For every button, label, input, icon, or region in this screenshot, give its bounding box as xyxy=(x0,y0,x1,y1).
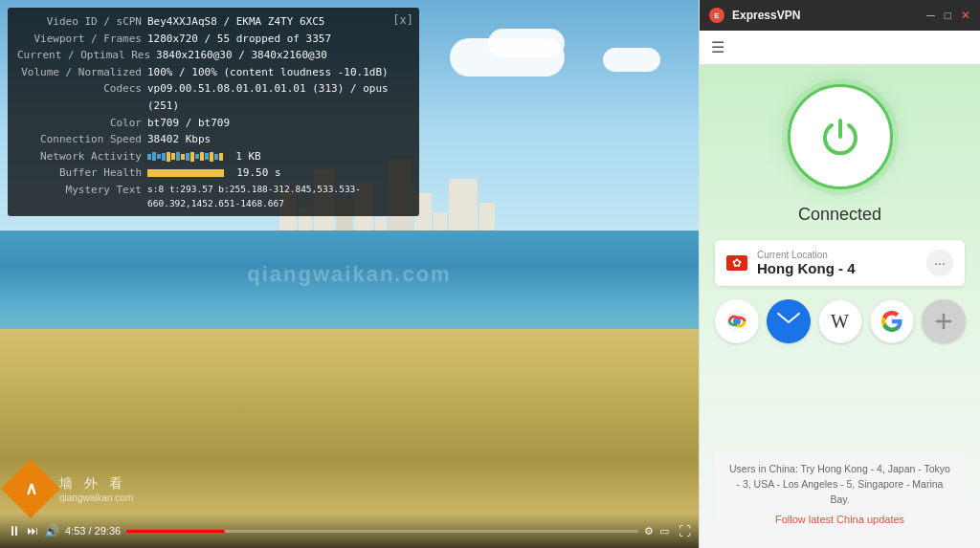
pause-button[interactable]: ⏸ xyxy=(8,523,21,538)
menu-button[interactable]: ☰ xyxy=(711,38,724,56)
debug-label-5: Color xyxy=(17,115,142,132)
time-display: 4:53 / 29:36 xyxy=(65,525,121,537)
video-controls: ⏸ ⏭ 🔊 4:53 / 29:36 ⚙ ▭ ⛶ xyxy=(0,514,699,548)
debug-label-7: Network Activity xyxy=(17,148,142,165)
vpn-toolbar: ☰ xyxy=(700,31,980,65)
logo-symbol: ∧ xyxy=(24,478,36,499)
network-bars xyxy=(147,152,223,162)
location-name: Hong Kong - 4 xyxy=(757,260,926,276)
volume-button[interactable]: 🔊 xyxy=(44,524,59,538)
location-more-button[interactable]: ··· xyxy=(926,250,953,276)
power-icon xyxy=(816,113,864,161)
debug-value-4: vp09.00.51.08.01.01.01.01 (313) / opus (… xyxy=(147,80,410,114)
debug-label-9: Mystery Text xyxy=(17,182,142,210)
minimize-button[interactable]: ─ xyxy=(926,9,935,22)
logo-diamond: ∧ xyxy=(1,459,60,518)
wikipedia-shortcut-button[interactable]: W xyxy=(818,299,862,343)
location-label: Current Location xyxy=(757,250,926,260)
theater-button[interactable]: ▭ xyxy=(659,525,669,537)
debug-label-1: Viewport / Frames xyxy=(17,31,142,48)
shortcut-bar: W xyxy=(715,299,965,343)
debug-value-1: 1280x720 / 55 dropped of 3357 xyxy=(147,31,331,48)
debug-label-0: Video ID / sCPN xyxy=(17,13,142,31)
email-shortcut-button[interactable] xyxy=(767,299,811,343)
logo-chinese: 墙 外 看 xyxy=(59,475,133,493)
video-progress-bar[interactable] xyxy=(126,530,638,533)
connect-button[interactable] xyxy=(788,84,893,189)
debug-value-6: 38402 Kbps xyxy=(147,131,211,148)
location-info: Current Location Hong Kong - 4 xyxy=(757,250,926,276)
debug-value-0: Bey4XXJAqS8 / EKMA Z4TY 6XC5 xyxy=(147,13,324,31)
china-tips: Users in China: Try Hong Kong - 4, Japan… xyxy=(715,452,965,537)
buffer-progress-bar xyxy=(147,169,224,177)
debug-close-button[interactable]: [x] xyxy=(392,11,413,30)
debug-value-9: s:8 t:293.57 b:255.188-312.845,533.533-6… xyxy=(147,182,410,210)
vpn-panel: E ExpressVPN ─ □ ✕ ☰ Connected ✿ Current… xyxy=(699,0,980,548)
maximize-button[interactable]: □ xyxy=(945,9,951,22)
logo-text: 墙 外 看 qiangwaikan.com xyxy=(59,475,133,503)
time-total: 29:36 xyxy=(95,525,122,537)
add-shortcut-button[interactable] xyxy=(922,299,966,343)
debug-label-4: Codecs xyxy=(17,80,142,114)
next-button[interactable]: ⏭ xyxy=(27,524,38,537)
logo-area: ∧ 墙 外 看 qiangwaikan.com xyxy=(10,468,133,510)
vpn-titlebar: E ExpressVPN ─ □ ✕ xyxy=(700,0,980,31)
logo-url: qiangwaikan.com xyxy=(59,493,133,503)
china-link[interactable]: Follow latest China updates xyxy=(728,512,951,528)
debug-value-8: 19.50 s xyxy=(147,164,281,182)
time-current: 4:53 xyxy=(65,525,85,537)
google-shortcut-button[interactable] xyxy=(870,299,914,343)
close-button[interactable]: ✕ xyxy=(961,9,970,22)
debug-overlay: [x] Video ID / sCPN Bey4XXJAqS8 / EKMA Z… xyxy=(8,8,419,216)
debug-value-7: 1 KB xyxy=(147,148,261,165)
connection-status: Connected xyxy=(798,205,881,225)
china-tip-text: Users in China: Try Hong Kong - 4, Japan… xyxy=(729,463,950,505)
debug-value-3: 100% / 100% (content loudness -10.1dB) xyxy=(147,64,389,81)
debug-label-3: Volume / Normalized xyxy=(17,64,142,81)
debug-label-8: Buffer Health xyxy=(17,164,142,182)
expressvpn-logo-icon: E xyxy=(709,8,724,23)
watermark: qiangwaikan.com xyxy=(247,262,451,287)
settings-button[interactable]: ⚙ xyxy=(644,525,654,537)
debug-value-2: 3840x2160@30 / 3840x2160@30 xyxy=(156,47,327,64)
debug-label-6: Connection Speed xyxy=(17,131,142,148)
vpn-title: ExpressVPN xyxy=(732,9,917,22)
clouds xyxy=(450,29,641,105)
debug-value-5: bt709 / bt709 xyxy=(147,115,230,132)
debug-label-2: Current / Optimal Res xyxy=(17,47,150,64)
hk-flag-icon: ✿ xyxy=(726,255,747,271)
vpn-main: Connected ✿ Current Location Hong Kong -… xyxy=(700,65,980,548)
location-bar[interactable]: ✿ Current Location Hong Kong - 4 ··· xyxy=(715,240,965,286)
video-progress-fill xyxy=(126,530,225,533)
chrome-shortcut-button[interactable] xyxy=(715,299,759,343)
fullscreen-button[interactable]: ⛶ xyxy=(679,524,691,538)
